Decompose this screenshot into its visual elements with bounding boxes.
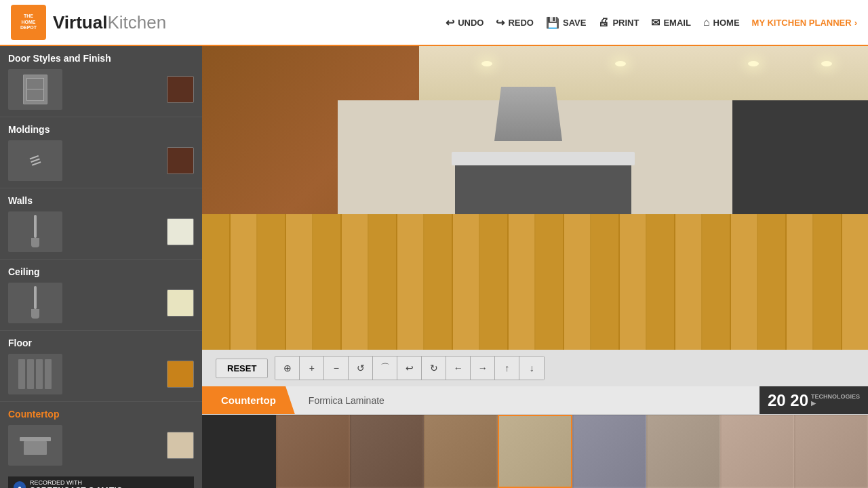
countertop-tab[interactable]: Countertop <box>202 386 295 414</box>
molding-icon: ≡ <box>26 148 44 173</box>
redo-icon: ↪ <box>496 16 505 29</box>
light-2 <box>615 61 626 66</box>
tab-bar: Countertop Formica Laminate 20 20 TECHNO… <box>202 386 868 415</box>
ceiling-color-swatch[interactable] <box>167 289 194 317</box>
kitchen-floor <box>202 214 868 350</box>
zoom-fit-button[interactable]: ⊕ <box>275 357 300 380</box>
print-button[interactable]: 🖨 PRINT <box>598 16 639 28</box>
pan-up-button[interactable]: ↑ <box>495 357 519 380</box>
moldings-title: Moldings <box>8 124 194 135</box>
floor-icon-box[interactable] <box>8 354 62 394</box>
home-icon: ⌂ <box>703 16 710 28</box>
paintbrush-walls-icon <box>31 215 40 249</box>
save-button[interactable]: 💾 SAVE <box>546 16 586 29</box>
redo-button[interactable]: ↪ REDO <box>496 16 534 29</box>
walls-section: Walls <box>0 188 202 260</box>
undo-button[interactable]: ↩ UNDO <box>446 16 484 29</box>
countertop-section: Countertop <box>0 402 202 472</box>
swatch-2[interactable] <box>276 415 350 488</box>
swatch-1[interactable] <box>202 415 276 488</box>
ceiling-section: Ceiling <box>0 260 202 331</box>
walls-color-swatch[interactable] <box>167 218 194 245</box>
ceiling-content <box>8 283 194 323</box>
undo-view-button[interactable]: ↩ <box>397 357 422 380</box>
logo-2020: 20 20 TECHNOLOGIES▶ <box>760 386 868 414</box>
pan-down-button[interactable]: ↓ <box>519 357 544 380</box>
walls-content <box>8 211 194 252</box>
home-button[interactable]: ⌂ HOME <box>703 16 740 28</box>
swatch-8[interactable] <box>720 415 794 488</box>
main-layout: Door Styles and Finish Moldings ≡ Walls <box>0 46 868 488</box>
floor-icon <box>18 359 52 389</box>
swatch-6[interactable] <box>572 415 646 488</box>
floor-content <box>8 354 194 394</box>
swatch-3[interactable] <box>350 415 424 488</box>
material-label: Formica Laminate <box>295 386 398 414</box>
ceiling-icon-box[interactable] <box>8 283 62 323</box>
swatch-9[interactable] <box>794 415 868 488</box>
undo-icon: ↩ <box>446 16 454 29</box>
paintbrush-ceiling-icon <box>31 286 40 320</box>
email-icon: ✉ <box>651 16 660 29</box>
rotate-right-button[interactable]: ↻ <box>422 357 446 380</box>
hood-vent <box>494 87 562 141</box>
ceiling-title: Ceiling <box>8 266 194 277</box>
sidebar: Door Styles and Finish Moldings ≡ Walls <box>0 46 202 488</box>
moldings-section: Moldings ≡ <box>0 117 202 188</box>
door-styles-content <box>8 69 194 110</box>
countertop-label: Countertop <box>8 409 194 420</box>
navigation-controls: ⊕ + − ↺ ⌒ ↩ ↻ ← → ↑ ↓ <box>275 356 545 380</box>
door-icon <box>23 75 47 104</box>
control-bar: RESET ⊕ + − ↺ ⌒ ↩ ↻ ← → ↑ ↓ <box>202 350 868 386</box>
countertop-icon-box[interactable] <box>8 425 62 466</box>
bottom-panel: Countertop Formica Laminate 20 20 TECHNO… <box>202 386 868 488</box>
logo-2020-text: 20 20 <box>768 391 808 410</box>
molding-color-swatch[interactable] <box>167 147 194 174</box>
zoom-in-button[interactable]: + <box>300 357 324 380</box>
floor-color-swatch[interactable] <box>167 361 194 388</box>
molding-icon-box[interactable]: ≡ <box>8 140 62 181</box>
screencast-icon: ● <box>14 481 26 488</box>
swatch-4[interactable] <box>424 415 498 488</box>
countertop-color-swatch[interactable] <box>167 432 194 459</box>
island-countertop <box>452 152 635 165</box>
walls-icon-box[interactable] <box>8 211 62 252</box>
kitchen-preview <box>202 46 868 350</box>
countertop-icon <box>18 432 52 459</box>
swatch-7[interactable] <box>646 415 720 488</box>
kitchen-scene <box>202 46 868 350</box>
tilt-up-button[interactable]: ⌒ <box>373 357 397 380</box>
walls-title: Walls <box>8 195 194 206</box>
svg-rect-1 <box>24 441 47 455</box>
svg-rect-0 <box>20 437 51 441</box>
countertop-content <box>8 425 194 466</box>
email-button[interactable]: ✉ EMAIL <box>651 16 690 29</box>
screencast-line1: RECORDED WITH <box>30 479 122 486</box>
door-styles-title: Door Styles and Finish <box>8 53 194 64</box>
zoom-out-button[interactable]: − <box>324 357 349 380</box>
screencast-watermark: ● RECORDED WITH SCREENCAST-O-MATIC <box>8 476 194 488</box>
app-title: VirtualKitchen <box>53 12 166 33</box>
my-kitchen-planner-button[interactable]: MY KITCHEN PLANNER › <box>752 18 857 28</box>
door-styles-section: Door Styles and Finish <box>0 46 202 117</box>
logo-area: THE HOME DEPOT VirtualKitchen <box>11 5 166 40</box>
swatch-5[interactable] <box>498 415 572 488</box>
reset-button[interactable]: RESET <box>216 359 268 378</box>
header: THE HOME DEPOT VirtualKitchen ↩ UNDO ↪ R… <box>0 0 868 46</box>
home-depot-logo: THE HOME DEPOT <box>11 5 46 40</box>
door-color-swatch[interactable] <box>167 76 194 103</box>
swatches-row <box>202 415 868 488</box>
pan-left-button[interactable]: ← <box>446 357 471 380</box>
print-icon: 🖨 <box>598 16 609 28</box>
header-nav: ↩ UNDO ↪ REDO 💾 SAVE 🖨 PRINT ✉ EMAIL ⌂ H… <box>446 16 857 29</box>
save-icon: 💾 <box>546 16 559 29</box>
moldings-content: ≡ <box>8 140 194 181</box>
floor-title: Floor <box>8 338 194 348</box>
rotate-left-button[interactable]: ↺ <box>349 357 373 380</box>
pan-right-button[interactable]: → <box>471 357 495 380</box>
door-icon-box[interactable] <box>8 69 62 110</box>
floor-section: Floor <box>0 331 202 402</box>
logo-tech-text: TECHNOLOGIES▶ <box>811 394 860 407</box>
content-area: RESET ⊕ + − ↺ ⌒ ↩ ↻ ← → ↑ ↓ Countertop F… <box>202 46 868 488</box>
